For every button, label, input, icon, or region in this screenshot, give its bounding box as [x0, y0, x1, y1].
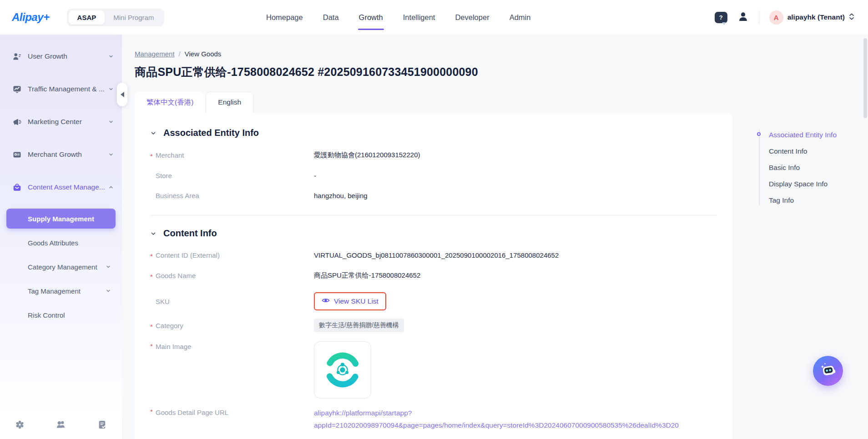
- workspace-tab-asap[interactable]: ASAP: [69, 10, 105, 25]
- alipay-plus-logo: Alipay+: [12, 11, 50, 24]
- sidebar-item-risk-control[interactable]: Risk Control: [6, 305, 116, 325]
- section-associated-entity-info: Associated Entity Info: [150, 128, 717, 138]
- field-business-area: Business Area hangzhou, beijing: [150, 192, 717, 200]
- sidebar-item-content-asset-management[interactable]: Content Asset Manage...: [6, 176, 117, 199]
- page-title: 商品SPU正常供给-1758008024652 #202509160733451…: [135, 65, 868, 80]
- sidebar-item-tag-management[interactable]: Tag Management: [6, 281, 116, 301]
- section-divider: [150, 215, 717, 215]
- traffic-management-icon: [12, 84, 22, 94]
- sidebar-collapse-button[interactable]: [117, 83, 127, 106]
- field-store: Store -: [150, 172, 717, 180]
- field-merchant: Merchant 愛護動物協會(2160120093152220): [150, 151, 717, 160]
- tab-traditional-chinese[interactable]: 繁体中文(香港): [135, 92, 205, 113]
- header-divider: [759, 10, 759, 24]
- sidebar-footer: [0, 410, 122, 439]
- tab-english[interactable]: English: [206, 92, 253, 113]
- field-goods-name: Goods Name 商品SPU正常供给-1758008024652: [150, 271, 717, 280]
- active-anchor-dot: [757, 132, 761, 136]
- collapse-section-icon[interactable]: [150, 230, 156, 237]
- chevron-down-icon: [106, 263, 111, 271]
- breadcrumb-management-link[interactable]: Management: [135, 50, 175, 58]
- business-area-value: hangzhou, beijing: [314, 192, 368, 200]
- eye-icon: [322, 296, 330, 306]
- merchant-value: 愛護動物協會(2160120093152220): [314, 151, 420, 160]
- sidebar-item-merchant-growth[interactable]: Merchant Growth: [6, 143, 117, 166]
- nav-intelligent[interactable]: Intelligent: [403, 0, 435, 35]
- workspace-tab-mini-program[interactable]: Mini Program: [105, 10, 162, 25]
- content-id-value: VIRTUAL_GOODS_bj0811007860300001_2025090…: [314, 251, 559, 259]
- sidebar-item-marketing-center[interactable]: Marketing Center: [6, 110, 117, 133]
- sidebar-item-user-growth[interactable]: User Growth: [6, 45, 117, 68]
- tasks-icon[interactable]: [97, 419, 107, 430]
- nav-developer[interactable]: Developer: [455, 0, 489, 35]
- assistant-robot-icon: [818, 360, 838, 381]
- assistant-chatbot-button[interactable]: [813, 356, 843, 386]
- field-sku: SKU View SKU List: [150, 292, 717, 310]
- goods-detail-card: Associated Entity Info Merchant 愛護動物協會(2…: [135, 113, 732, 439]
- nav-admin[interactable]: Admin: [510, 0, 531, 35]
- goods-name-value: 商品SPU正常供给-1758008024652: [314, 271, 420, 280]
- tenant-selector[interactable]: A alipayhk (Tenant): [769, 10, 854, 25]
- section-content-info: Content Info: [150, 228, 717, 239]
- nav-growth[interactable]: Growth: [359, 0, 383, 35]
- scrollbar[interactable]: [863, 38, 867, 118]
- merchant-growth-icon: [12, 150, 22, 160]
- chevron-up-icon: [108, 185, 114, 190]
- language-tabs: 繁体中文(香港) English: [135, 92, 868, 113]
- anchor-basic-info[interactable]: Basic Info: [769, 163, 837, 173]
- breadcrumb-current: View Goods: [185, 50, 222, 58]
- chevron-down-icon: [108, 54, 114, 59]
- sidebar-item-supply-management[interactable]: Supply Management: [6, 209, 116, 229]
- category-chip: 數字生活/慈善捐贈/慈善機構: [314, 319, 404, 332]
- main-image-thumbnail[interactable]: [314, 341, 371, 399]
- field-main-image: Main Image: [150, 341, 717, 399]
- top-header: Alipay+ ASAP Mini Program Homepage Data …: [0, 0, 868, 35]
- marketing-center-icon: [12, 117, 22, 127]
- settings-icon[interactable]: [15, 419, 25, 430]
- user-icon[interactable]: [737, 11, 749, 24]
- chevron-down-icon: [108, 119, 114, 125]
- user-growth-icon: [12, 51, 22, 61]
- team-icon[interactable]: [56, 419, 66, 430]
- collapse-section-icon[interactable]: [150, 130, 156, 136]
- anchor-content-info[interactable]: Content Info: [769, 146, 837, 156]
- chevron-down-icon: [108, 86, 114, 92]
- anchor-associated-entity-info[interactable]: Associated Entity Info: [769, 130, 837, 140]
- anchor-display-space-info[interactable]: Display Space Info: [769, 179, 837, 189]
- nav-homepage[interactable]: Homepage: [266, 0, 303, 35]
- goods-detail-url-line2[interactable]: appId=2102020098970094&page=pages/home/i…: [314, 419, 679, 431]
- workspace-switcher: ASAP Mini Program: [67, 9, 165, 26]
- content-asset-icon: [12, 182, 22, 192]
- main-nav: Homepage Data Growth Intelligent Develop…: [266, 0, 530, 35]
- anchor-nav: Associated Entity Info Content Info Basi…: [759, 130, 837, 205]
- breadcrumb-separator: /: [179, 50, 181, 58]
- view-sku-list-button[interactable]: View SKU List: [314, 292, 386, 310]
- sidebar-item-goods-attributes[interactable]: Goods Attributes: [6, 233, 116, 253]
- nav-data[interactable]: Data: [323, 0, 339, 35]
- select-arrows-icon: [849, 13, 854, 22]
- chevron-down-icon: [108, 152, 114, 157]
- sidebar-item-traffic-management[interactable]: Traffic Management & ...: [6, 78, 117, 100]
- chevron-down-icon: [106, 287, 111, 295]
- breadcrumb: Management / View Goods: [135, 50, 868, 58]
- sidebar: User Growth Traffic Management & ... Mar…: [0, 35, 122, 439]
- collapse-arrow-icon: [121, 92, 124, 97]
- field-content-id: Content ID (External) VIRTUAL_GOODS_bj08…: [150, 251, 717, 259]
- sidebar-item-category-management[interactable]: Category Management: [6, 257, 116, 277]
- tenant-avatar: A: [769, 10, 783, 25]
- help-icon[interactable]: ?: [715, 12, 727, 23]
- field-goods-detail-url: Goods Detail Page URL alipayhk://platfor…: [150, 407, 717, 431]
- goods-detail-url-line1[interactable]: alipayhk://platformapi/startapp?: [314, 407, 679, 419]
- main-content: Management / View Goods 商品SPU正常供给-175800…: [122, 35, 868, 439]
- tenant-name: alipayhk (Tenant): [787, 13, 845, 21]
- store-value: -: [314, 172, 316, 180]
- charity-logo: [320, 348, 365, 392]
- field-category: Category 數字生活/慈善捐贈/慈善機構: [150, 319, 717, 332]
- anchor-tag-info[interactable]: Tag Info: [769, 195, 837, 205]
